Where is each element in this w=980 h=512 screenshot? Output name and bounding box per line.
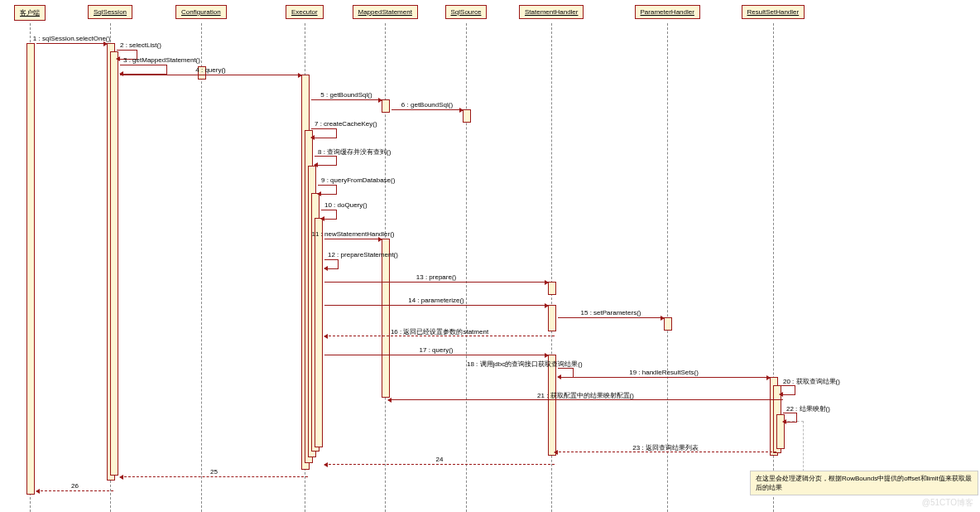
participant-config: Configuration	[175, 5, 227, 19]
msg-label: 18 : 调用jdbc的查询接口获取查询结果()	[467, 360, 583, 369]
msg-label: 23 : 返回查询结果列表	[632, 443, 699, 452]
msg-label: 21 : 获取配置中的结果映射配置()	[537, 391, 634, 400]
msg-label: 5 : getBoundSql()	[320, 91, 372, 99]
participant-rshandler: ResultSetHandler	[742, 5, 805, 19]
msg-24: 24	[324, 464, 555, 465]
msg-11: 11 : newStatementHandler()	[324, 239, 382, 239]
participant-mapped: MappedStatement	[353, 5, 418, 19]
msg-8: 8 : 查询缓存并没有查到()	[315, 156, 337, 166]
msg-5: 5 : getBoundSql()	[311, 99, 382, 100]
msg-15: 15 : setParameters()	[558, 317, 664, 318]
msg-7: 7 : createCacheKey()	[311, 128, 337, 138]
msg-14: 14 : parameterize()	[324, 305, 548, 306]
activation-executor	[315, 218, 323, 447]
msg-label: 9 : queryFromDatabase()	[321, 176, 395, 184]
participant-client: 客户端	[14, 5, 46, 21]
activation-mapped	[382, 99, 390, 113]
note: 在这里会处理逻辑分页，根据RowBounds中提供的offset和limit值来…	[750, 471, 978, 495]
msg-17: 17 : query()	[324, 355, 548, 355]
msg-3: 3 : getMappedStatement()	[120, 65, 167, 75]
activation-sqlsession	[110, 51, 118, 476]
msg-label: 1 : sqlSession.selectOne()	[33, 35, 110, 42]
msg-label: 24	[436, 456, 444, 463]
note-connector	[783, 421, 804, 471]
activation-stmthandler	[548, 355, 556, 456]
lifeline-paramhandler	[667, 23, 668, 512]
msg-label: 17 : query()	[420, 346, 454, 354]
msg-label: 26	[71, 482, 79, 490]
msg-label: 3 : getMappedStatement()	[123, 56, 200, 64]
msg-label: 19 : handleResultSets()	[629, 369, 699, 376]
activation-sqlsrc	[463, 109, 471, 123]
msg-25: 25	[120, 476, 308, 477]
msg-4: 4 : query()	[120, 75, 301, 75]
msg-label: 6 : getBoundSql()	[401, 101, 453, 109]
participant-paramhandler: ParameterHandler	[635, 5, 700, 19]
msg-label: 16 : 返回已经设置参数的statment	[391, 327, 488, 336]
msg-20: 20 : 获取查询结果()	[780, 385, 795, 395]
msg-label: 25	[210, 468, 218, 476]
msg-label: 10 : doQuery()	[324, 201, 368, 209]
activation-stmthandler	[548, 282, 556, 295]
msg-23: 23 : 返回查询结果列表	[555, 452, 776, 452]
msg-label: 15 : setParameters()	[581, 309, 641, 316]
msg-13: 13 : prepare()	[324, 282, 548, 283]
activation-paramhandler	[664, 317, 672, 331]
activation-client	[26, 43, 35, 495]
msg-10: 10 : doQuery()	[321, 210, 337, 220]
msg-label: 8 : 查询缓存并没有查到()	[318, 147, 391, 157]
msg-1: 1 : sqlSession.selectOne()	[36, 43, 107, 44]
participant-stmthandler: StatementHandler	[519, 5, 584, 19]
msg-9: 9 : queryFromDatabase()	[318, 185, 337, 195]
msg-26: 26	[36, 490, 113, 491]
participant-sqlsession: SqlSession	[88, 5, 132, 19]
msg-6: 6 : getBoundSql()	[392, 109, 463, 110]
activation-mapped	[382, 239, 390, 398]
msg-label: 4 : query()	[195, 66, 225, 74]
msg-label: 13 : prepare()	[416, 273, 456, 281]
msg-label: 12 : prepareStatement()	[328, 251, 398, 258]
msg-12: 12 : prepareStatement()	[324, 259, 339, 269]
msg-19: 19 : handleResultSets()	[558, 377, 770, 378]
msg-21: 21 : 获取配置中的结果映射配置()	[388, 399, 783, 400]
lifeline-config	[201, 23, 202, 512]
msg-label: 14 : parameterize()	[408, 297, 464, 304]
lifeline-sqlsrc	[466, 23, 467, 512]
msg-label: 7 : createCacheKey()	[315, 120, 377, 128]
msg-22: 22 : 结果映射()	[783, 413, 797, 423]
activation-stmthandler	[548, 305, 556, 331]
msg-label: 11 : newStatementHandler()	[311, 230, 394, 238]
msg-label: 20 : 获取查询结果()	[783, 377, 840, 386]
participant-executor: Executor	[286, 5, 324, 19]
participant-sqlsrc: SqlSource	[445, 5, 488, 19]
msg-16: 16 : 返回已经设置参数的statment	[324, 336, 555, 336]
msg-label: 22 : 结果映射()	[786, 404, 830, 413]
watermark: @51CTO博客	[922, 497, 973, 509]
msg-label: 2 : selectList()	[120, 41, 161, 49]
